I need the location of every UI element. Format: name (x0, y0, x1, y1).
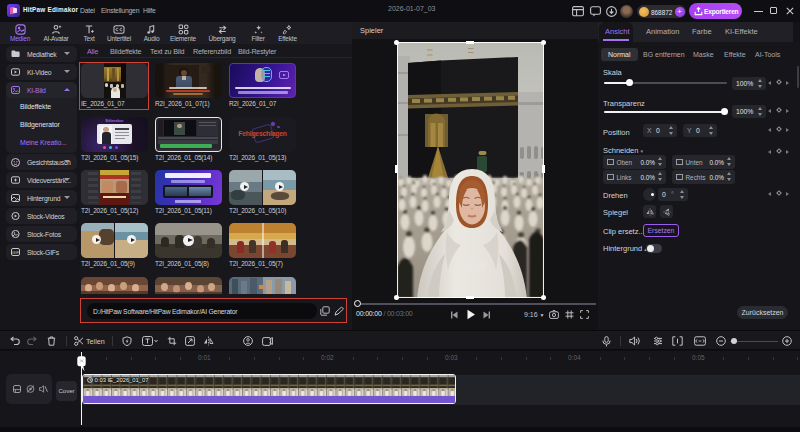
svg-text:GIF: GIF (12, 250, 20, 255)
